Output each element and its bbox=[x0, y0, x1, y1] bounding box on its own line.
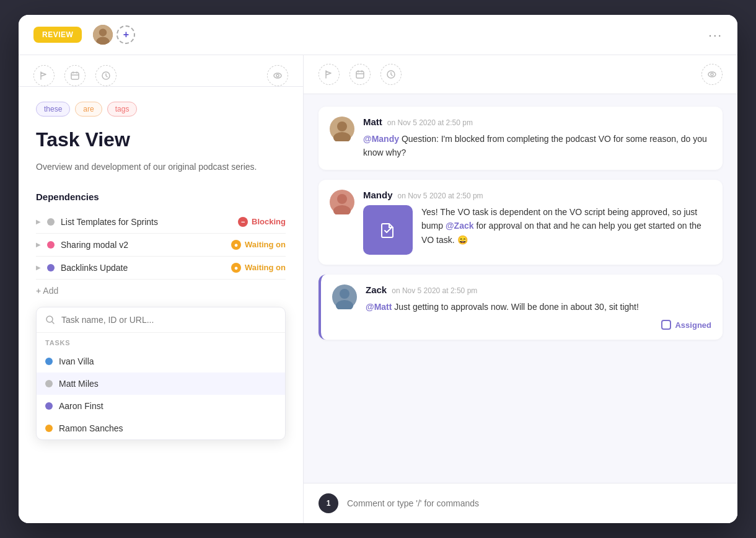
right-eye-icon[interactable] bbox=[701, 64, 723, 85]
dropdown-item-matt[interactable]: Matt Miles bbox=[37, 373, 285, 395]
message-matt: Matt on Nov 5 2020 at 2:50 pm @Mandy Que… bbox=[319, 107, 723, 170]
matt-msg-header: Matt on Nov 5 2020 at 2:50 pm bbox=[363, 117, 711, 127]
left-top-bar bbox=[19, 55, 303, 87]
mandy-mention-zack: @Zack bbox=[446, 221, 474, 231]
matt-msg-name: Matt bbox=[363, 117, 382, 127]
aaron-dot bbox=[45, 402, 53, 410]
zack-msg-name: Zack bbox=[366, 284, 387, 295]
left-top-icons bbox=[33, 65, 116, 86]
clock-icon[interactable] bbox=[95, 65, 116, 86]
main-content: these are tags Task View Overview and de… bbox=[19, 55, 737, 523]
avatar-mandy-msg bbox=[330, 190, 354, 214]
waiting-icon-3: ● bbox=[231, 263, 241, 273]
flag-icon[interactable] bbox=[33, 65, 55, 86]
matt-msg-text: @Mandy Question: I'm blocked from comple… bbox=[363, 132, 711, 160]
mandy-msg-with-attachment: Yes! The VO task is dependent on the VO … bbox=[363, 205, 711, 255]
right-clock-icon[interactable] bbox=[380, 64, 402, 85]
search-input[interactable] bbox=[61, 315, 276, 325]
svg-point-19 bbox=[340, 289, 349, 299]
tag-these[interactable]: these bbox=[36, 102, 70, 117]
message-mandy: Mandy on Nov 5 2020 at 2:50 pm bbox=[319, 180, 723, 265]
dep-status-1: − Blocking bbox=[238, 217, 286, 227]
dep-dot-2 bbox=[47, 241, 55, 249]
message-zack: Zack on Nov 5 2020 at 2:50 pm @Matt Just… bbox=[319, 275, 723, 340]
mandy-text-content: Yes! The VO task is dependent on the VO … bbox=[421, 205, 711, 247]
dependencies-section-title: Dependencies bbox=[36, 192, 286, 202]
assigned-label: Assigned bbox=[675, 320, 711, 330]
dep-item-2: ▶ Sharing modal v2 ● Waiting on bbox=[36, 234, 286, 257]
mandy-msg-time: on Nov 5 2020 at 2:50 pm bbox=[398, 192, 483, 200]
calendar-icon[interactable] bbox=[64, 65, 86, 86]
messages-area: Matt on Nov 5 2020 at 2:50 pm @Mandy Que… bbox=[304, 94, 737, 483]
tasks-section-label: TASKS bbox=[37, 333, 285, 350]
ivan-name: Ivan Villa bbox=[59, 356, 94, 366]
task-title: Task View bbox=[36, 128, 286, 151]
top-bar: REVIEW + ··· bbox=[19, 15, 737, 55]
tag-are[interactable]: are bbox=[75, 102, 102, 117]
avatar-zack-msg bbox=[332, 284, 357, 309]
matt-text-content: Question: I'm blocked from completing th… bbox=[363, 134, 707, 157]
dep-item-3: ▶ Backlinks Update ● Waiting on bbox=[36, 257, 286, 280]
blocking-icon: − bbox=[238, 217, 248, 227]
dep-item-1: ▶ List Templates for Sprints − Blocking bbox=[36, 211, 286, 234]
svg-point-10 bbox=[708, 72, 716, 77]
dep-name-2: Sharing modal v2 bbox=[61, 240, 128, 250]
dep-status-label-2: Waiting on bbox=[245, 240, 286, 249]
matt-dot bbox=[45, 380, 53, 387]
dep-status-label-1: Blocking bbox=[252, 217, 286, 226]
dropdown-item-aaron[interactable]: Aaron Finst bbox=[37, 395, 285, 417]
dep-status-label-3: Waiting on bbox=[245, 263, 286, 272]
matt-msg-time: on Nov 5 2020 at 2:50 pm bbox=[387, 118, 473, 127]
right-top-bar bbox=[304, 55, 737, 94]
right-flag-icon[interactable] bbox=[319, 64, 340, 85]
dep-expand-1[interactable]: ▶ bbox=[36, 218, 41, 225]
right-panel: Matt on Nov 5 2020 at 2:50 pm @Mandy Que… bbox=[304, 55, 737, 523]
zack-msg-body: Zack on Nov 5 2020 at 2:50 pm @Matt Just… bbox=[366, 284, 711, 330]
notification-button[interactable]: 1 bbox=[319, 493, 338, 513]
dep-name-3: Backlinks Update bbox=[61, 263, 128, 273]
dropdown-item-ivan[interactable]: Ivan Villa bbox=[37, 350, 285, 373]
mandy-msg-name: Mandy bbox=[363, 190, 393, 200]
svg-point-16 bbox=[337, 194, 347, 204]
eye-icon-left[interactable] bbox=[267, 65, 288, 86]
dep-status-2: ● Waiting on bbox=[231, 240, 286, 250]
dep-expand-2[interactable]: ▶ bbox=[36, 241, 41, 248]
dep-expand-3[interactable]: ▶ bbox=[36, 264, 41, 271]
tag-tags[interactable]: tags bbox=[107, 102, 138, 117]
left-body: these are tags Task View Overview and de… bbox=[19, 87, 303, 523]
avatar-matt[interactable] bbox=[92, 24, 114, 46]
matt-msg-body: Matt on Nov 5 2020 at 2:50 pm @Mandy Que… bbox=[363, 117, 711, 160]
attachment-thumbnail[interactable] bbox=[363, 205, 413, 255]
svg-point-11 bbox=[711, 73, 713, 76]
dropdown-item-ramon[interactable]: Ramon Sanches bbox=[37, 417, 285, 439]
mandy-msg-body: Mandy on Nov 5 2020 at 2:50 pm bbox=[363, 190, 711, 255]
add-dependency-link[interactable]: + Add bbox=[36, 280, 286, 302]
aaron-name: Aaron Finst bbox=[59, 401, 103, 411]
more-options-button[interactable]: ··· bbox=[708, 28, 723, 42]
dep-status-3: ● Waiting on bbox=[231, 263, 286, 273]
comment-input[interactable] bbox=[347, 498, 723, 508]
svg-point-5 bbox=[274, 73, 281, 78]
ramon-name: Ramon Sanches bbox=[59, 423, 123, 433]
zack-msg-footer: Assigned bbox=[366, 320, 711, 330]
assigned-checkbox[interactable] bbox=[661, 320, 671, 330]
zack-mention-matt: @Matt bbox=[366, 302, 392, 312]
zack-text-after: Just getting to approvals now. Will be d… bbox=[394, 302, 639, 312]
search-icon bbox=[45, 315, 55, 325]
search-dropdown: TASKS Ivan Villa Matt Miles Aaron Finst bbox=[36, 307, 286, 440]
svg-point-6 bbox=[276, 74, 279, 77]
add-member-button[interactable]: + bbox=[116, 25, 135, 44]
tags-row: these are tags bbox=[36, 102, 286, 117]
waiting-icon-2: ● bbox=[231, 240, 241, 250]
svg-point-2 bbox=[97, 37, 110, 46]
mandy-msg-header: Mandy on Nov 5 2020 at 2:50 pm bbox=[363, 190, 711, 200]
dep-dot-1 bbox=[47, 218, 55, 226]
ramon-dot bbox=[45, 425, 53, 432]
avatar-matt-msg bbox=[330, 117, 354, 141]
right-calendar-icon[interactable] bbox=[349, 64, 371, 85]
svg-point-1 bbox=[99, 29, 107, 36]
zack-msg-header: Zack on Nov 5 2020 at 2:50 pm bbox=[366, 284, 711, 295]
matt-mention-mandy: @Mandy bbox=[363, 134, 399, 144]
assigned-badge[interactable]: Assigned bbox=[661, 320, 711, 330]
svg-point-13 bbox=[337, 121, 347, 131]
